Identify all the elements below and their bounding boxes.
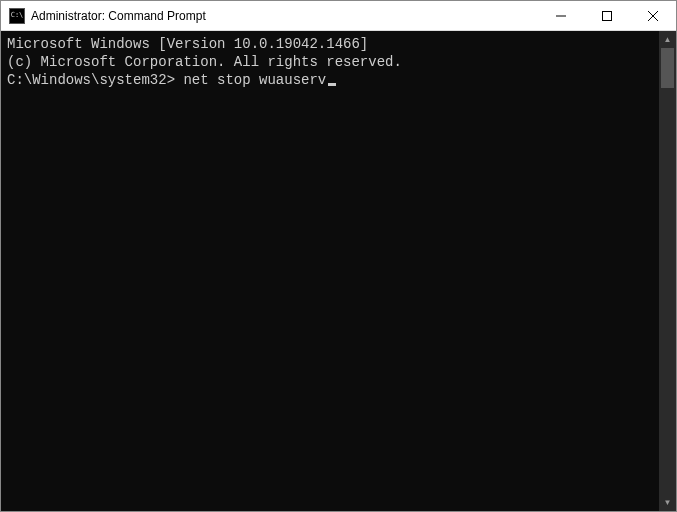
text-cursor: [328, 83, 336, 86]
titlebar[interactable]: C:\ Administrator: Command Prompt: [1, 1, 676, 31]
version-line: Microsoft Windows [Version 10.0.19042.14…: [7, 35, 653, 53]
close-icon: [648, 11, 658, 21]
minimize-button[interactable]: [538, 1, 584, 30]
scrollbar-thumb[interactable]: [661, 48, 674, 88]
copyright-line: (c) Microsoft Corporation. All rights re…: [7, 53, 653, 71]
window-controls: [538, 1, 676, 30]
cmd-icon: C:\: [9, 8, 25, 24]
client-area: Microsoft Windows [Version 10.0.19042.14…: [1, 31, 676, 511]
svg-rect-1: [603, 11, 612, 20]
scroll-up-arrow-icon[interactable]: ▲: [659, 31, 676, 48]
prompt-line: C:\Windows\system32> net stop wuauserv: [7, 71, 653, 89]
maximize-icon: [602, 11, 612, 21]
close-button[interactable]: [630, 1, 676, 30]
command-prompt-window: C:\ Administrator: Command Prompt Micros…: [0, 0, 677, 512]
prompt-path: C:\Windows\system32>: [7, 72, 175, 88]
vertical-scrollbar[interactable]: ▲ ▼: [659, 31, 676, 511]
terminal-output[interactable]: Microsoft Windows [Version 10.0.19042.14…: [1, 31, 659, 511]
maximize-button[interactable]: [584, 1, 630, 30]
window-title: Administrator: Command Prompt: [31, 9, 206, 23]
typed-command: net stop wuauserv: [183, 72, 326, 88]
scroll-down-arrow-icon[interactable]: ▼: [659, 494, 676, 511]
minimize-icon: [556, 11, 566, 21]
titlebar-left: C:\ Administrator: Command Prompt: [1, 8, 206, 24]
